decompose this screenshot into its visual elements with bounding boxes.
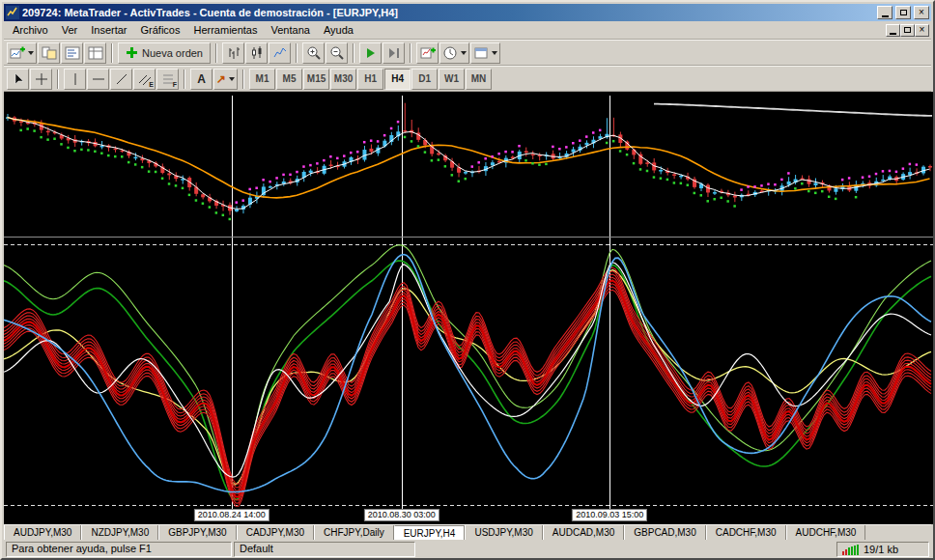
vertical-line-button[interactable] bbox=[64, 69, 86, 90]
chart-tab-audcad[interactable]: AUDCAD,M30 bbox=[543, 525, 624, 540]
auto-scroll-button[interactable] bbox=[359, 42, 382, 64]
nueva-orden-button[interactable]: Nueva orden bbox=[118, 42, 211, 64]
arrow-tool-button[interactable]: ↗ bbox=[213, 69, 238, 90]
connection-status-icon bbox=[842, 545, 860, 555]
mdi-minimize-button[interactable] bbox=[886, 24, 900, 37]
status-help-text: Para obtener ayuda, pulse F1 bbox=[6, 542, 232, 557]
menu-ver[interactable]: Ver bbox=[55, 22, 85, 38]
new-chart-button[interactable] bbox=[7, 42, 37, 64]
chart-tab-eurjpy-active[interactable]: EURJPY,H4 bbox=[394, 525, 466, 540]
menu-bar: Archivo Ver Insertar Gráficos Herramient… bbox=[4, 21, 931, 40]
line-chart-icon bbox=[272, 45, 288, 61]
timeframe-m5-button[interactable]: M5 bbox=[276, 69, 302, 90]
menu-graficos[interactable]: Gráficos bbox=[134, 22, 187, 38]
timeframe-h1-button[interactable]: H1 bbox=[357, 69, 383, 90]
cursor-button[interactable] bbox=[7, 69, 29, 90]
chart-tabs-bar: AUDJPY,M30 NZDJPY,M30 GBPJPY,M30 CADJPY,… bbox=[4, 524, 931, 540]
candlestick-chart-icon bbox=[249, 45, 265, 61]
timeframe-h4-button[interactable]: H4 bbox=[384, 69, 411, 90]
trendline-icon bbox=[114, 71, 129, 87]
timeframe-mn-button[interactable]: MN bbox=[466, 69, 492, 90]
zoom-out-icon bbox=[329, 45, 345, 61]
indicators-button[interactable] bbox=[416, 42, 439, 64]
chart-tab-gbpcad[interactable]: GBPCAD,M30 bbox=[624, 525, 705, 540]
event-date-label: 2010.08.24 14:00 bbox=[194, 509, 269, 521]
toolbar-separator bbox=[353, 43, 354, 63]
chart-tab-audjpy[interactable]: AUDJPY,M30 bbox=[4, 525, 81, 540]
text-tool-label: A bbox=[197, 73, 206, 85]
menu-insertar[interactable]: Insertar bbox=[84, 22, 133, 38]
timeframe-d1-button[interactable]: D1 bbox=[411, 69, 438, 90]
mdi-close-button[interactable]: × bbox=[915, 24, 929, 37]
event-date-label: 2010.09.03 15:00 bbox=[572, 509, 647, 521]
data-window-icon bbox=[88, 45, 103, 61]
status-bar: Para obtener ayuda, pulse F1 Default 19/… bbox=[4, 540, 931, 558]
line-chart-button[interactable] bbox=[269, 42, 291, 64]
minimize-icon bbox=[882, 15, 889, 17]
chart-tab-cadjpy[interactable]: CADJPY,M30 bbox=[237, 525, 314, 540]
fibonacci-button[interactable]: F bbox=[156, 69, 179, 90]
chart-tab-usdjpy[interactable]: USDJPY,M30 bbox=[465, 525, 542, 540]
timeframe-m15-button[interactable]: M15 bbox=[303, 69, 329, 90]
nueva-orden-label: Nueva orden bbox=[142, 47, 203, 59]
cursor-icon bbox=[11, 71, 26, 87]
clock-icon bbox=[442, 45, 458, 61]
equidistant-channel-button[interactable]: E bbox=[133, 69, 156, 90]
status-profile[interactable]: Default bbox=[234, 542, 415, 557]
arrow-tool-icon: ↗ bbox=[216, 73, 226, 85]
trendline-button[interactable] bbox=[110, 69, 132, 90]
restore-button[interactable] bbox=[895, 6, 911, 19]
profiles-button[interactable] bbox=[38, 42, 60, 64]
arrow-tool-dropdown-icon bbox=[229, 77, 235, 81]
chart-area[interactable]: 2010.08.24 14:00 2010.08.30 03:00 2010.0… bbox=[4, 92, 933, 524]
minimize-button[interactable] bbox=[877, 6, 892, 19]
bar-chart-icon bbox=[226, 45, 241, 61]
chart-tab-chfjpy[interactable]: CHFJPY,Daily bbox=[314, 525, 394, 540]
menu-herramientas[interactable]: Herramientas bbox=[186, 22, 264, 38]
auto-scroll-icon bbox=[363, 45, 379, 61]
timeframe-m1-button[interactable]: M1 bbox=[249, 69, 275, 90]
toolbar-separator bbox=[184, 70, 185, 89]
templates-button[interactable] bbox=[470, 42, 500, 64]
crosshair-button[interactable] bbox=[30, 69, 52, 90]
horizontal-line-button[interactable] bbox=[87, 69, 109, 90]
chart-canvas[interactable] bbox=[4, 92, 933, 524]
title-bar[interactable]: 209724: MetaTrader - ActivTrades - Cuent… bbox=[4, 4, 931, 21]
application-window: 209724: MetaTrader - ActivTrades - Cuent… bbox=[0, 0, 935, 560]
app-icon bbox=[6, 6, 19, 19]
mdi-minimize-icon bbox=[890, 33, 896, 35]
chart-tab-nzdjpy[interactable]: NZDJPY,M30 bbox=[81, 525, 158, 540]
zoom-in-button[interactable] bbox=[302, 42, 325, 64]
timeframe-m30-button[interactable]: M30 bbox=[330, 69, 356, 90]
data-window-button[interactable] bbox=[84, 42, 106, 64]
chart-tab-cadchf[interactable]: CADCHF,M30 bbox=[706, 525, 786, 540]
new-chart-dropdown-icon bbox=[28, 51, 34, 55]
fibonacci-letter-label: F bbox=[173, 81, 177, 89]
chart-tab-gbpjpy[interactable]: GBPJPY,M30 bbox=[158, 525, 236, 540]
bar-chart-button[interactable] bbox=[222, 42, 244, 64]
menu-ventana[interactable]: Ventana bbox=[265, 22, 317, 38]
candlestick-chart-button[interactable] bbox=[245, 42, 268, 64]
mdi-restore-icon bbox=[904, 27, 911, 33]
periods-dropdown-icon bbox=[461, 51, 467, 55]
new-order-icon bbox=[126, 46, 138, 59]
menu-archivo[interactable]: Archivo bbox=[6, 22, 55, 38]
toolbar-separator bbox=[111, 43, 113, 63]
timeframe-w1-button[interactable]: W1 bbox=[439, 69, 465, 90]
market-watch-button[interactable] bbox=[61, 42, 83, 64]
window-title: 209724: MetaTrader - ActivTrades - Cuent… bbox=[22, 5, 874, 20]
crosshair-icon bbox=[34, 71, 49, 87]
close-button[interactable]: × bbox=[914, 6, 929, 19]
mdi-restore-button[interactable] bbox=[900, 24, 915, 37]
chart-tab-audchf[interactable]: AUDCHF,M30 bbox=[786, 525, 866, 540]
profiles-icon bbox=[42, 45, 57, 61]
restore-icon bbox=[900, 10, 907, 15]
chart-shift-button[interactable] bbox=[382, 42, 405, 64]
text-tool-button[interactable]: A bbox=[190, 69, 212, 90]
zoom-out-button[interactable] bbox=[326, 42, 348, 64]
new-chart-icon bbox=[10, 45, 25, 61]
menu-ayuda[interactable]: Ayuda bbox=[317, 22, 360, 38]
status-traffic: 19/1 kb bbox=[864, 544, 898, 556]
periods-button[interactable] bbox=[439, 42, 469, 64]
horizontal-line-icon bbox=[91, 71, 106, 87]
